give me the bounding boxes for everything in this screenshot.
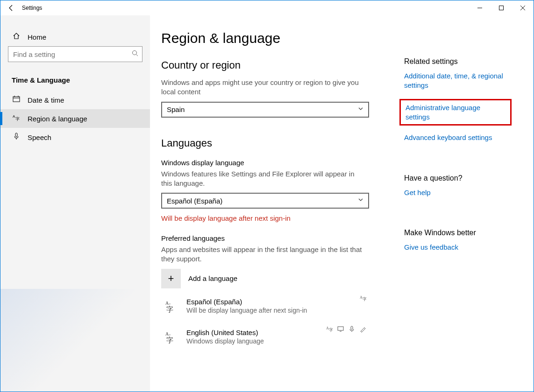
preferred-lang-label: Preferred languages: [161, 234, 399, 242]
search-icon: [132, 50, 138, 58]
section-languages-title: Languages: [161, 137, 399, 149]
sidebar-item-label: Date & time: [28, 96, 64, 104]
svg-text:字: 字: [15, 117, 20, 121]
tts-icon: A字: [326, 326, 333, 334]
svg-text:A: A: [165, 301, 169, 306]
language-name: Español (España): [186, 298, 369, 306]
minimize-button[interactable]: [469, 0, 491, 15]
section-country-title: Country or region: [161, 59, 399, 71]
svg-rect-24: [338, 327, 343, 330]
display-lang-select[interactable]: Español (España): [161, 193, 369, 209]
plus-icon: +: [161, 269, 181, 288]
display-icon: [337, 326, 344, 334]
link-additional-settings[interactable]: Additional date, time, & regional settin…: [404, 71, 512, 90]
chevron-down-icon: [358, 106, 363, 113]
display-lang-label: Windows display language: [161, 159, 399, 167]
svg-rect-6: [13, 97, 20, 102]
home-icon: [12, 32, 21, 42]
svg-point-4: [133, 51, 137, 55]
country-desc: Windows and apps might use your country …: [161, 78, 367, 97]
language-sub: Will be display language after next sign…: [186, 307, 369, 314]
datetime-icon: [12, 95, 21, 105]
search-input[interactable]: [8, 46, 142, 62]
country-value: Spain: [167, 105, 358, 113]
svg-text:字: 字: [329, 328, 333, 332]
maximize-button[interactable]: [491, 0, 512, 15]
sidebar-item-region[interactable]: A字 Region & language: [0, 109, 150, 128]
svg-text:字: 字: [363, 297, 366, 301]
sidebar: Home Time & Language Date & time: [0, 15, 150, 392]
question-title: Have a question?: [404, 174, 534, 182]
language-entry-en[interactable]: Aᵀ字 English (United States) Windows disp…: [161, 324, 369, 350]
link-get-help[interactable]: Get help: [404, 188, 431, 197]
display-lang-value: Español (España): [167, 197, 358, 205]
sidebar-home-label: Home: [28, 33, 46, 41]
svg-text:字: 字: [166, 306, 173, 313]
search-field[interactable]: [12, 50, 132, 59]
language-entry-es[interactable]: Aᵀ字 Español (España) Will be display lan…: [161, 293, 369, 319]
titlebar: Settings: [0, 0, 534, 15]
svg-text:字: 字: [166, 336, 173, 343]
sidebar-item-datetime[interactable]: Date & time: [0, 91, 150, 109]
sidebar-home[interactable]: Home: [0, 28, 150, 46]
link-admin-language-settings[interactable]: Administrative language settings: [399, 99, 512, 126]
improve-title: Make Windows better: [404, 229, 534, 237]
add-language-label: Add a language: [188, 274, 237, 282]
sidebar-item-speech[interactable]: Speech: [0, 128, 150, 147]
add-language-button[interactable]: + Add a language: [161, 269, 399, 288]
back-button[interactable]: [0, 0, 22, 15]
chevron-down-icon: [358, 197, 363, 204]
preferred-lang-desc: Apps and websites will appear in the fir…: [161, 245, 367, 264]
svg-rect-26: [351, 326, 353, 329]
sidebar-item-label: Region & language: [28, 115, 87, 123]
tts-icon: A字: [360, 295, 366, 303]
svg-text:A: A: [165, 331, 169, 336]
country-select[interactable]: Spain: [161, 102, 369, 118]
window-title: Settings: [22, 5, 42, 11]
svg-rect-1: [499, 6, 504, 10]
display-lang-desc: Windows features like Settings and File …: [161, 169, 367, 189]
related-settings-title: Related settings: [404, 57, 534, 66]
svg-line-5: [136, 55, 138, 56]
link-feedback[interactable]: Give us feedback: [404, 243, 458, 252]
sidebar-group-label: Time & Language: [0, 76, 150, 84]
region-icon: A字: [12, 114, 21, 123]
right-pane: Related settings Additional date, time, …: [399, 25, 534, 392]
language-icon: Aᵀ字: [161, 327, 181, 347]
sidebar-item-label: Speech: [28, 133, 51, 141]
display-lang-warning: Will be display language after next sign…: [161, 214, 399, 222]
link-keyboard-settings[interactable]: Advanced keyboard settings: [404, 133, 492, 142]
speech-icon: [12, 133, 21, 142]
handwriting-icon: [360, 326, 366, 334]
language-icon: Aᵀ字: [161, 296, 181, 316]
svg-rect-12: [15, 133, 17, 137]
speech-icon: [349, 326, 355, 334]
close-button[interactable]: [512, 0, 534, 15]
language-sub: Windows display language: [186, 337, 369, 345]
page-title: Region & language: [161, 30, 399, 46]
content-pane: Region & language Country or region Wind…: [161, 25, 399, 392]
